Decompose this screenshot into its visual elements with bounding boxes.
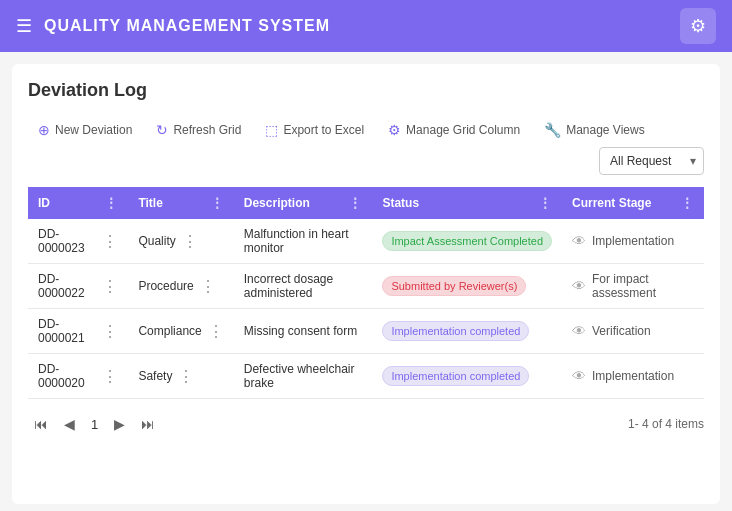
status-badge: Implementation completed — [382, 366, 529, 386]
row-title-text: Compliance — [138, 324, 201, 338]
settings-button[interactable]: ⚙ — [680, 8, 716, 44]
cell-current-stage: 👁Verification — [562, 309, 704, 354]
cell-status: Implementation completed — [372, 354, 562, 399]
page-container: Deviation Log ⊕ New Deviation ↻ Refresh … — [12, 64, 720, 504]
cell-description: Incorrect dosage administered — [234, 264, 373, 309]
col-menu-icon-stage[interactable]: ⋮ — [680, 195, 694, 211]
cell-description: Missing consent form — [234, 309, 373, 354]
row-actions-icon[interactable]: ⋮ — [102, 367, 118, 386]
current-page: 1 — [85, 415, 104, 434]
export-excel-label: Export to Excel — [283, 123, 364, 137]
cell-current-stage: 👁Implementation — [562, 219, 704, 264]
row-actions-icon[interactable]: ⋮ — [102, 322, 118, 341]
view-select[interactable]: All Request My Request Pending — [599, 147, 704, 175]
stage-text: Implementation — [592, 369, 674, 383]
row-title-text: Procedure — [138, 279, 193, 293]
cell-id: DD- 0000021⋮ — [28, 309, 128, 354]
toolbar: ⊕ New Deviation ↻ Refresh Grid ⬚ Export … — [28, 117, 704, 175]
cell-current-stage: 👁For impact assessment — [562, 264, 704, 309]
menu-icon[interactable]: ☰ — [16, 15, 32, 37]
plus-icon: ⊕ — [38, 122, 50, 138]
eye-icon[interactable]: 👁 — [572, 233, 586, 249]
table-row: DD- 0000022⋮Procedure⋮Incorrect dosage a… — [28, 264, 704, 309]
col-header-current-stage: Current Stage ⋮ — [562, 187, 704, 219]
table-row: DD- 0000020⋮Safety⋮Defective wheelchair … — [28, 354, 704, 399]
manage-grid-column-button[interactable]: ⚙ Manage Grid Column — [378, 117, 530, 143]
cell-status: Implementation completed — [372, 309, 562, 354]
column-icon: ⚙ — [388, 122, 401, 138]
new-deviation-label: New Deviation — [55, 123, 132, 137]
cell-title: Quality⋮ — [128, 219, 233, 264]
new-deviation-button[interactable]: ⊕ New Deviation — [28, 117, 142, 143]
prev-page-button[interactable]: ◀ — [58, 413, 81, 435]
export-icon: ⬚ — [265, 122, 278, 138]
manage-views-button[interactable]: 🔧 Manage Views — [534, 117, 655, 143]
first-page-button[interactable]: ⏮ — [28, 413, 54, 435]
row-description-text: Missing consent form — [244, 324, 357, 338]
row-actions-icon[interactable]: ⋮ — [102, 277, 118, 296]
cell-id: DD- 0000022⋮ — [28, 264, 128, 309]
grid-table: ID ⋮ Title ⋮ Description ⋮ — [28, 187, 704, 399]
col-menu-icon-description[interactable]: ⋮ — [348, 195, 362, 211]
table-row: DD- 0000023⋮Quality⋮Malfunction in heart… — [28, 219, 704, 264]
row-title-actions-icon[interactable]: ⋮ — [200, 277, 216, 296]
header-left: ☰ QUALITY MANAGEMENT SYSTEM — [16, 15, 330, 37]
cell-current-stage: 👁Implementation — [562, 354, 704, 399]
row-description-text: Malfunction in heart monitor — [244, 227, 349, 255]
gear-icon: ⚙ — [690, 15, 706, 37]
table-header-row: ID ⋮ Title ⋮ Description ⋮ — [28, 187, 704, 219]
col-header-id: ID ⋮ — [28, 187, 128, 219]
cell-title: Safety⋮ — [128, 354, 233, 399]
manage-views-label: Manage Views — [566, 123, 645, 137]
row-title-text: Safety — [138, 369, 172, 383]
stage-text: Verification — [592, 324, 651, 338]
row-id-text: DD- 0000021 — [38, 317, 96, 345]
col-menu-icon-id[interactable]: ⋮ — [104, 195, 118, 211]
row-id-text: DD- 0000022 — [38, 272, 96, 300]
status-badge: Implementation completed — [382, 321, 529, 341]
pagination-controls: ⏮ ◀ 1 ▶ ⏭ — [28, 413, 161, 435]
eye-icon[interactable]: 👁 — [572, 323, 586, 339]
pagination-info: 1- 4 of 4 items — [628, 417, 704, 431]
views-icon: 🔧 — [544, 122, 561, 138]
cell-status: Submitted by Reviewer(s) — [372, 264, 562, 309]
cell-status: Impact Assessment Completed — [372, 219, 562, 264]
cell-title: Compliance⋮ — [128, 309, 233, 354]
app-title: QUALITY MANAGEMENT SYSTEM — [44, 17, 330, 35]
row-description-text: Defective wheelchair brake — [244, 362, 355, 390]
page-title: Deviation Log — [28, 80, 704, 101]
col-header-description: Description ⋮ — [234, 187, 373, 219]
row-title-actions-icon[interactable]: ⋮ — [182, 232, 198, 251]
last-page-button[interactable]: ⏭ — [135, 413, 161, 435]
cell-description: Defective wheelchair brake — [234, 354, 373, 399]
status-badge: Submitted by Reviewer(s) — [382, 276, 526, 296]
row-title-actions-icon[interactable]: ⋮ — [208, 322, 224, 341]
export-excel-button[interactable]: ⬚ Export to Excel — [255, 117, 374, 143]
cell-id: DD- 0000023⋮ — [28, 219, 128, 264]
col-header-title: Title ⋮ — [128, 187, 233, 219]
status-badge: Impact Assessment Completed — [382, 231, 552, 251]
refresh-grid-button[interactable]: ↻ Refresh Grid — [146, 117, 251, 143]
row-id-text: DD- 0000020 — [38, 362, 96, 390]
view-select-wrapper: All Request My Request Pending ▾ — [599, 147, 704, 175]
col-menu-icon-status[interactable]: ⋮ — [538, 195, 552, 211]
row-title-actions-icon[interactable]: ⋮ — [178, 367, 194, 386]
cell-title: Procedure⋮ — [128, 264, 233, 309]
refresh-grid-label: Refresh Grid — [173, 123, 241, 137]
cell-description: Malfunction in heart monitor — [234, 219, 373, 264]
eye-icon[interactable]: 👁 — [572, 368, 586, 384]
stage-text: Implementation — [592, 234, 674, 248]
pagination: ⏮ ◀ 1 ▶ ⏭ 1- 4 of 4 items — [28, 413, 704, 435]
row-description-text: Incorrect dosage administered — [244, 272, 333, 300]
next-page-button[interactable]: ▶ — [108, 413, 131, 435]
row-id-text: DD- 0000023 — [38, 227, 96, 255]
cell-id: DD- 0000020⋮ — [28, 354, 128, 399]
row-title-text: Quality — [138, 234, 175, 248]
app-header: ☰ QUALITY MANAGEMENT SYSTEM ⚙ — [0, 0, 732, 52]
row-actions-icon[interactable]: ⋮ — [102, 232, 118, 251]
stage-text: For impact assessment — [592, 272, 694, 300]
manage-grid-column-label: Manage Grid Column — [406, 123, 520, 137]
col-menu-icon-title[interactable]: ⋮ — [210, 195, 224, 211]
refresh-icon: ↻ — [156, 122, 168, 138]
eye-icon[interactable]: 👁 — [572, 278, 586, 294]
